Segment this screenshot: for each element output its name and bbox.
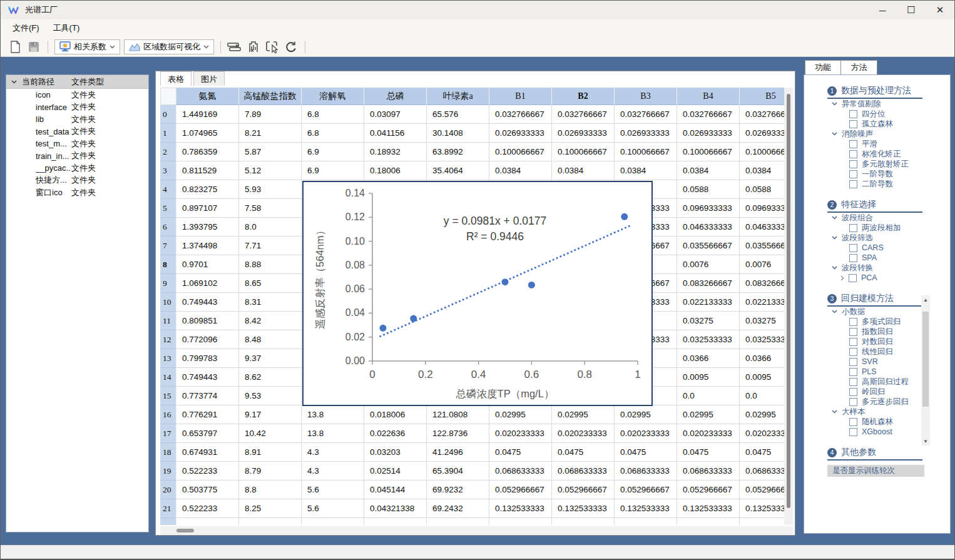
scrollbar-thumb[interactable] [787,94,790,508]
row-header[interactable]: 13 [160,349,176,368]
table-cell[interactable]: 0.03275 [740,312,784,330]
table-corner-cell[interactable] [160,88,176,105]
table-cell[interactable]: 0.674931 [176,443,239,462]
row-header[interactable]: 15 [160,387,176,405]
table-vertical-scrollbar[interactable] [784,88,793,525]
table-cell[interactable]: 0.035566667 [677,237,740,255]
checkbox[interactable] [849,244,857,252]
close-button[interactable]: ✕ [926,1,954,19]
table-cell[interactable]: 8.65 [239,274,302,293]
table-cell[interactable]: 69.9232 [427,481,489,499]
table-cell[interactable] [489,518,552,525]
table-cell[interactable]: 0.022636 [364,424,427,443]
tree-row[interactable]: __pycac...文件夹 [6,162,148,175]
table-cell[interactable] [552,518,615,525]
checkbox[interactable] [849,140,857,148]
table-cell[interactable]: 0.0588 [677,180,740,199]
table-cell[interactable]: 0.02995 [677,405,740,424]
table-cell[interactable]: 63.8992 [427,143,489,161]
table-cell[interactable]: 13.8 [302,424,364,443]
row-header[interactable]: 0 [160,105,176,124]
table-cell[interactable]: 13.8 [302,405,364,424]
table-cell[interactable]: 41.2496 [427,443,489,462]
clear-data-button[interactable] [245,39,262,55]
tab-image[interactable]: 图片 [193,71,225,86]
row-header[interactable]: 17 [160,424,176,443]
column-header-高锰酸盐指数[interactable]: 高锰酸盐指数 [239,88,302,105]
table-cell[interactable]: 0.03203 [364,443,427,462]
method-item[interactable]: 四分位 [849,109,950,119]
maximize-button[interactable]: ☐ [897,1,926,19]
table-horizontal-scrollbar[interactable] [160,526,793,534]
checkbox[interactable] [849,398,857,406]
checkbox[interactable] [849,338,857,346]
table-cell[interactable]: 6.8 [302,124,364,143]
table-cell[interactable] [302,518,364,525]
table-cell[interactable]: 0.749443 [176,293,239,312]
refresh-button[interactable] [283,39,299,55]
table-cell[interactable]: 0.132533333 [489,499,552,518]
table-cell[interactable]: 0.02514 [364,462,427,481]
table-cell[interactable]: 0.0384 [552,161,615,180]
row-header[interactable]: 4 [160,180,176,199]
file-tree-header[interactable]: 当前路径 文件类型 [6,75,148,89]
table-cell[interactable]: 7.89 [239,105,302,124]
table-cell[interactable]: 0.03275 [677,312,740,330]
table-cell[interactable] [740,518,784,525]
table-cell[interactable]: 1.393795 [176,218,239,237]
table-cell[interactable]: 0.897107 [176,199,239,218]
table-cell[interactable]: 0.0384 [677,161,740,180]
table-cell[interactable]: 0.0076 [740,255,784,274]
method-item[interactable]: 二阶导数 [849,179,950,189]
table-cell[interactable]: 0.03097 [364,105,427,124]
table-cell[interactable]: 0.100066667 [489,143,552,161]
table-cell[interactable]: 0.0475 [489,443,552,462]
row-header[interactable]: 3 [160,161,176,180]
correlation-dropdown[interactable]: 相关系数 [54,39,120,54]
table-cell[interactable]: 0.096933333 [740,199,784,218]
table-cell[interactable]: 0.0076 [677,255,740,274]
checkbox[interactable] [849,180,857,188]
select-region-button[interactable] [264,39,280,55]
table-cell[interactable]: 10.42 [239,424,302,443]
table-cell[interactable]: 5.87 [239,143,302,161]
table-cell[interactable]: 8.8 [239,481,302,499]
checkbox[interactable] [849,368,857,376]
table-cell[interactable]: 0.032533333 [740,330,784,349]
row-header[interactable]: 14 [160,368,176,387]
checkbox[interactable] [849,418,857,426]
table-cell[interactable]: 0.083266667 [677,274,740,293]
table-cell[interactable]: 0.026933333 [677,124,740,143]
table-cell[interactable]: 0.773774 [176,387,239,405]
table-cell[interactable]: 0.132533333 [677,499,740,518]
table-cell[interactable]: 0.068633333 [677,462,740,481]
table-cell[interactable]: 0.032766667 [489,105,552,124]
visualization-dropdown[interactable]: 区域数据可视化 [124,39,214,54]
table-cell[interactable]: 0.068633333 [552,462,615,481]
table-cell[interactable]: 30.1408 [427,124,489,143]
method-item[interactable]: 一阶导数 [849,169,950,179]
save-button[interactable] [26,39,42,55]
scrollbar-thumb[interactable] [922,312,929,407]
table-cell[interactable]: 1.449169 [176,105,239,124]
row-header[interactable]: 8 [160,255,176,274]
table-cell[interactable]: 0.068633333 [740,462,784,481]
method-item[interactable]: 平滑 [849,139,950,149]
method-group[interactable]: 大样本 [832,407,950,417]
table-cell[interactable]: 0.083266667 [740,274,784,293]
checkbox[interactable] [849,170,857,178]
table-cell[interactable]: 0.653797 [176,424,239,443]
tree-row[interactable]: train_in...文件夹 [6,150,148,163]
method-item[interactable]: 线性回归 [849,347,950,357]
table-cell[interactable]: 0.020233333 [740,424,784,443]
column-header-B4[interactable]: B4 [677,88,740,105]
method-item[interactable]: 对数回归 [849,337,950,347]
show-training-epochs-button[interactable]: 是否显示训练轮次 [827,465,924,477]
table-cell[interactable]: 8.48 [239,330,302,349]
table-cell[interactable]: 0.026933333 [740,124,784,143]
table-cell[interactable]: 0.0366 [740,349,784,368]
table-cell[interactable]: 9.37 [239,349,302,368]
table-cell[interactable]: 0.032766667 [740,105,784,124]
column-header-叶绿素a[interactable]: 叶绿素a [427,88,489,105]
checkbox[interactable] [849,348,857,356]
